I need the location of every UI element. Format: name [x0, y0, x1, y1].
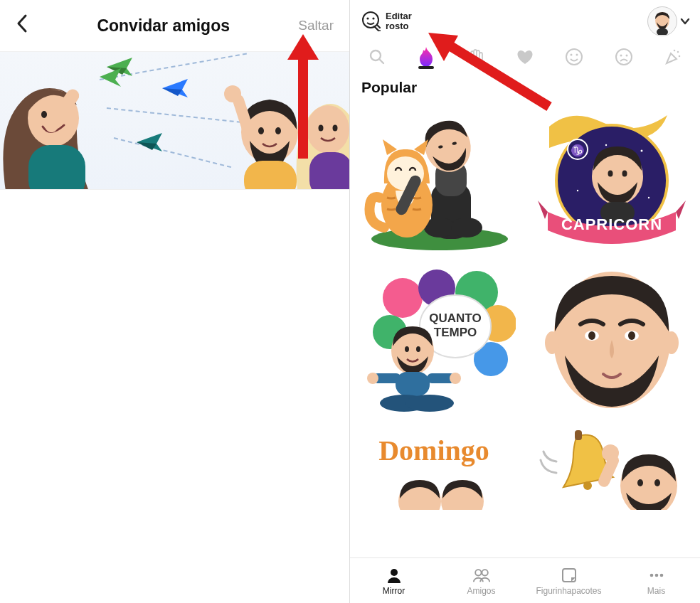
svg-point-86	[588, 331, 595, 340]
tab-smile[interactable]	[554, 41, 594, 73]
svg-point-65	[622, 171, 627, 177]
tab-hot[interactable]	[406, 41, 446, 73]
tab-heart[interactable]	[505, 41, 545, 73]
sticker-grid: ♑ CAPRICORN	[350, 102, 700, 553]
svg-point-59	[647, 197, 649, 198]
svg-point-82	[367, 373, 378, 384]
svg-text:♑: ♑	[571, 144, 585, 157]
sticker-quanto-tempo[interactable]: QUANTO TEMPO	[357, 263, 521, 416]
svg-point-75	[405, 346, 409, 352]
svg-point-102	[475, 570, 481, 575]
svg-point-13	[319, 125, 324, 132]
sticker-domingo[interactable]: Domingo	[357, 425, 521, 510]
sticker-pack-icon	[560, 566, 578, 585]
svg-point-96	[637, 479, 643, 486]
face-edit-icon	[360, 11, 381, 32]
svg-point-88	[628, 331, 635, 340]
nav-mais[interactable]: Mais	[612, 566, 700, 596]
svg-point-58	[576, 190, 578, 191]
search-icon	[368, 48, 386, 65]
svg-point-67	[383, 278, 423, 318]
svg-point-76	[416, 346, 420, 352]
party-icon	[664, 48, 682, 66]
screen-sticker-gallery: Editar rosto	[350, 0, 700, 603]
svg-marker-2	[162, 79, 188, 97]
tab-search[interactable]	[357, 41, 397, 73]
tab-party[interactable]	[653, 41, 693, 73]
svg-point-94	[583, 481, 592, 490]
svg-rect-9	[28, 145, 85, 190]
paper-plane-icon	[135, 132, 164, 153]
svg-point-48	[451, 218, 482, 238]
svg-rect-29	[657, 28, 668, 35]
svg-point-97	[654, 479, 660, 486]
heart-icon	[516, 48, 534, 65]
svg-point-24	[366, 17, 368, 19]
svg-point-35	[616, 49, 632, 65]
svg-point-18	[275, 127, 281, 134]
svg-rect-77	[396, 372, 430, 396]
skip-button[interactable]: Saltar	[298, 18, 334, 33]
nav-label: Amigos	[467, 586, 495, 596]
svg-point-57	[640, 150, 642, 152]
edit-face-button[interactable]: Editar rosto	[360, 11, 412, 32]
svg-point-37	[625, 55, 627, 57]
screen-invite-friends: Convidar amigos Saltar	[0, 0, 350, 603]
profile-selector[interactable]	[647, 6, 690, 36]
category-tabs	[350, 39, 700, 75]
sticker-text-line1: QUANTO	[429, 311, 481, 325]
sticker-capricorn[interactable]: ♑ CAPRICORN	[529, 102, 693, 255]
section-title: Popular	[350, 75, 700, 102]
wave-hand-icon	[467, 48, 485, 66]
svg-point-17	[258, 127, 264, 134]
svg-point-64	[608, 171, 612, 177]
sticker-text: CAPRICORN	[561, 215, 662, 233]
svg-point-39	[679, 55, 681, 58]
svg-point-14	[333, 125, 338, 132]
page-title: Convidar amigos	[97, 16, 230, 36]
svg-point-83	[450, 373, 461, 384]
sad-face-icon	[615, 48, 633, 66]
sticker-text-line2: TEMPO	[433, 326, 476, 339]
sticker-bell[interactable]	[529, 425, 693, 510]
paper-plane-icon	[161, 78, 189, 99]
more-icon	[647, 566, 666, 585]
nav-label: Mirror	[383, 586, 405, 596]
sticker-scroll-area[interactable]: Popular	[350, 75, 700, 557]
hero-illustration	[0, 51, 349, 190]
sticker-text: Domingo	[378, 434, 489, 466]
svg-point-79	[405, 395, 454, 412]
svg-point-12	[307, 105, 349, 154]
nav-label: Figurinhapacotes	[536, 586, 601, 596]
svg-point-32	[566, 49, 582, 65]
svg-point-38	[677, 51, 679, 53]
chevron-down-icon	[680, 15, 690, 28]
svg-point-103	[482, 570, 487, 575]
nav-figurinhas[interactable]: Figurinhapacotes	[525, 566, 612, 596]
bottom-nav: Mirror Amigos Figurinhapacotes Mais	[350, 557, 700, 603]
sticker-cat[interactable]	[357, 102, 521, 255]
svg-rect-15	[309, 152, 349, 190]
svg-point-33	[571, 54, 573, 56]
svg-point-40	[674, 50, 676, 52]
svg-point-7	[41, 111, 47, 118]
nav-amigos[interactable]: Amigos	[438, 566, 525, 596]
nav-mirror[interactable]: Mirror	[350, 566, 438, 596]
person-icon	[385, 566, 403, 585]
sticker-face[interactable]	[529, 263, 693, 416]
svg-marker-11	[100, 68, 121, 87]
edit-face-label: Editar rosto	[386, 11, 412, 31]
svg-point-105	[649, 573, 653, 577]
svg-rect-93	[575, 430, 582, 440]
svg-point-89	[545, 331, 559, 354]
tab-wave[interactable]	[456, 41, 496, 73]
svg-rect-104	[563, 569, 576, 582]
profile-avatar	[647, 6, 677, 36]
svg-line-31	[379, 59, 383, 63]
svg-point-23	[363, 12, 378, 28]
tab-sad[interactable]	[604, 41, 644, 73]
back-button[interactable]	[16, 14, 28, 38]
smile-face-icon	[565, 48, 583, 66]
header: Editar rosto	[350, 0, 700, 39]
flame-icon	[417, 46, 435, 68]
